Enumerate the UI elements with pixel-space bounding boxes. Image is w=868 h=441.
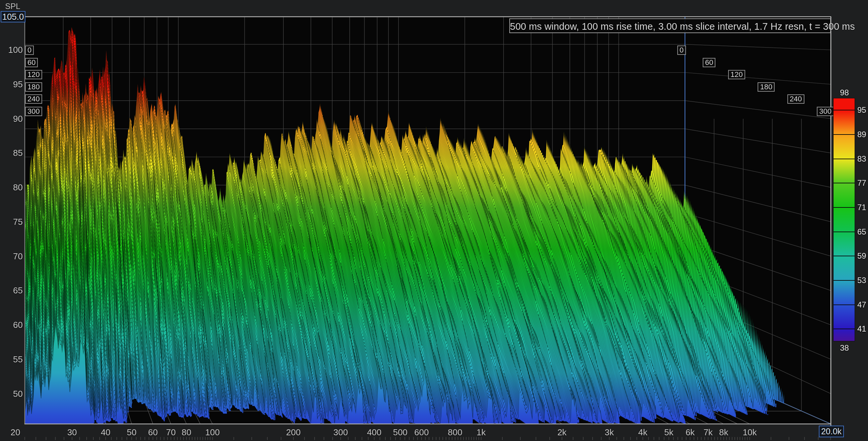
rew-waterfall-window: SPL 105.0 500 ms window, 100 ms rise tim…: [0, 0, 868, 441]
freq-tick-label: 200: [286, 427, 301, 438]
time-tick-box-right: 0: [677, 45, 686, 55]
legend-tick-label: 65: [857, 227, 868, 237]
spl-tick-label: 95: [0, 79, 23, 89]
legend-tick-label: 47: [857, 300, 868, 310]
legend-colorbar-segment: [833, 134, 855, 159]
spl-tick-label: 85: [0, 148, 23, 158]
freq-tick-label: 100: [205, 427, 219, 438]
legend-colorbar-segment: [833, 280, 855, 305]
freq-tick-label: 80: [182, 427, 191, 438]
freq-tick-label: 8k: [719, 427, 728, 438]
legend-min-label: 38: [833, 343, 856, 353]
legend-colorbar-segment: [833, 110, 855, 134]
time-tick-box-left: 60: [25, 58, 38, 67]
measurement-settings-label: 500 ms window, 100 ms rise time, 3.00 ms…: [509, 19, 831, 33]
legend-tick-label: 53: [857, 276, 868, 285]
legend-colorbar-segment: [833, 98, 855, 110]
time-tick-box-right: 120: [728, 70, 745, 79]
spl-tick-label: 90: [0, 114, 23, 124]
freq-tick-label: 5k: [664, 427, 673, 438]
freq-tick-label: 3k: [604, 427, 614, 438]
freq-tick-label: 400: [367, 427, 381, 438]
legend-colorbar-segment: [833, 329, 855, 341]
freq-tick-label: 60: [148, 427, 158, 438]
freq-tick-label: 10k: [743, 427, 756, 438]
freq-tick-label: 4k: [638, 427, 647, 438]
freq-tick-label: 20: [11, 427, 21, 438]
time-tick-box-left: 180: [25, 82, 42, 92]
legend-max-label: 98: [833, 88, 856, 97]
spl-tick-label: 55: [0, 354, 23, 365]
spl-tick-label: 80: [0, 182, 23, 193]
legend-colorbar-segment: [833, 232, 855, 256]
spl-tick-label: 100: [0, 45, 23, 55]
legend-colorbar-segment: [833, 183, 855, 208]
spl-tick-label: 70: [0, 251, 23, 261]
freq-tick-label: 70: [166, 427, 176, 438]
freq-max-input[interactable]: 20.0k: [819, 426, 844, 437]
legend-tick-label: 95: [857, 105, 868, 115]
time-tick-box-left: 0: [25, 45, 34, 55]
legend-colorbar-segment: [833, 208, 855, 232]
legend-tick-label: 89: [857, 130, 868, 139]
spl-tick-label: 60: [0, 320, 23, 330]
freq-tick-label: 800: [448, 427, 462, 438]
legend-colorbar-segment: [833, 256, 855, 280]
time-tick-box-right: 300: [817, 107, 834, 116]
spl-max-input[interactable]: 105.0: [1, 11, 25, 23]
freq-tick-label: 6k: [686, 427, 695, 438]
legend-tick-label: 59: [857, 251, 868, 261]
legend-colorbar-segment: [833, 305, 855, 329]
freq-tick-label: 30: [67, 427, 77, 438]
time-tick-box-left: 300: [25, 107, 42, 116]
legend-tick-label: 41: [857, 324, 868, 334]
spl-tick-label: 50: [0, 388, 23, 399]
waterfall-plot-canvas[interactable]: [0, 0, 868, 441]
legend-colorbar-segment: [833, 159, 855, 183]
spl-tick-label: 65: [0, 285, 23, 296]
freq-tick-label: 1k: [476, 427, 486, 438]
legend-tick-label: 71: [857, 203, 868, 212]
time-tick-box-left: 240: [25, 94, 42, 104]
freq-tick-label: 40: [101, 427, 111, 438]
freq-tick-label: 2k: [557, 427, 566, 438]
freq-tick-label: 600: [414, 427, 429, 438]
freq-tick-label: 500: [393, 427, 407, 438]
legend-tick-label: 77: [857, 178, 868, 188]
time-tick-box-right: 240: [787, 94, 804, 104]
freq-tick-label: 300: [333, 427, 348, 438]
spl-tick-label: 75: [0, 217, 23, 227]
freq-tick-label: 50: [127, 427, 136, 438]
time-tick-box-right: 180: [757, 82, 775, 92]
time-tick-box-right: 60: [703, 58, 715, 67]
time-tick-box-left: 120: [25, 70, 42, 79]
spl-axis-title: SPL: [0, 2, 25, 11]
freq-tick-label: 7k: [703, 427, 712, 438]
legend-tick-label: 83: [857, 154, 868, 164]
